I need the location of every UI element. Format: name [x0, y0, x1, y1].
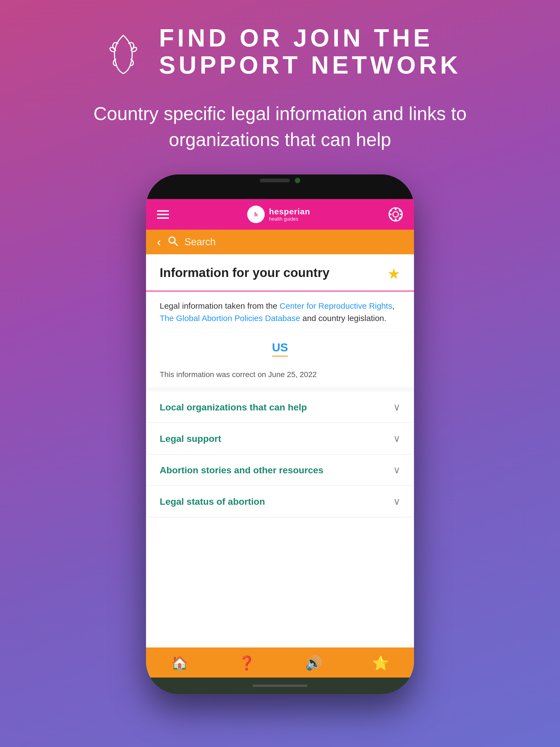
description-suffix: and country legislation. — [300, 314, 386, 323]
chevron-down-icon-legal-support: ∨ — [393, 433, 400, 444]
accordion-label-abortion-stories: Abortion stories and other resources — [160, 465, 324, 475]
page-title: Information for your country — [160, 265, 382, 280]
description-comma: , — [392, 301, 394, 310]
accordion-item-legal-support[interactable]: Legal support ∨ — [146, 423, 414, 455]
header-title-line1: FIND OR JOIN THE — [159, 25, 461, 52]
home-bar — [253, 685, 307, 687]
svg-rect-9 — [399, 209, 401, 212]
speaker-slot — [260, 179, 290, 182]
logo-svg: h — [251, 209, 261, 220]
content-area: Information for your country ★ Legal inf… — [146, 254, 414, 647]
hamburger-menu[interactable] — [157, 210, 169, 219]
front-camera — [295, 178, 300, 183]
chevron-down-icon-abortion-stories: ∨ — [393, 464, 400, 476]
chevron-down-icon-local-orgs: ∨ — [393, 402, 400, 413]
audio-icon: 🔊 — [305, 655, 322, 671]
global-abortion-policies-link[interactable]: The Global Abortion Policies Database — [160, 314, 300, 323]
svg-rect-5 — [395, 218, 397, 221]
settings-gear-icon[interactable] — [388, 207, 403, 222]
search-bar: ‹ Search — [146, 230, 414, 254]
app-name-sub: health guides — [269, 216, 310, 222]
app-header: h hesperian health guides — [146, 199, 414, 230]
phone-notch — [233, 175, 327, 186]
hamburger-line1 — [157, 210, 169, 212]
notch-area — [146, 175, 414, 199]
app-name-container: hesperian health guides — [269, 207, 310, 222]
accordion-label-local-orgs: Local organizations that can help — [160, 402, 307, 413]
accordion-section: Local organizations that can help ∨ Lega… — [146, 391, 414, 647]
back-button[interactable]: ‹ — [157, 235, 161, 249]
description-text: Legal information taken from the Center … — [160, 300, 400, 324]
phone-mockup: h hesperian health guides — [146, 175, 414, 694]
svg-rect-6 — [389, 213, 391, 215]
svg-rect-11 — [399, 216, 401, 220]
nav-favorites[interactable]: ⭐ — [372, 655, 389, 671]
bookmark-star-icon[interactable]: ★ — [387, 265, 400, 282]
svg-text:h: h — [254, 211, 258, 217]
accordion-item-local-orgs[interactable]: Local organizations that can help ∨ — [146, 391, 414, 423]
hamburger-line3 — [157, 217, 169, 219]
svg-rect-4 — [395, 208, 397, 210]
chevron-down-icon-legal-status: ∨ — [393, 496, 400, 507]
page-title-section: Information for your country ★ — [146, 254, 414, 291]
header-subtitle: Country specific legal information and l… — [88, 101, 472, 153]
search-icon — [168, 236, 178, 249]
description-section: Legal information taken from the Center … — [146, 291, 414, 333]
logo-circle: h — [247, 206, 265, 223]
accordion-item-legal-status[interactable]: Legal status of abortion ∨ — [146, 486, 414, 517]
top-section: FIND OR JOIN THE SUPPORT NETWORK Country… — [88, 25, 472, 153]
nav-help[interactable]: ❓ — [238, 655, 255, 671]
phone-wrapper: h hesperian health guides — [146, 175, 414, 694]
hands-icon — [99, 27, 148, 76]
home-indicator — [146, 677, 414, 694]
svg-line-13 — [174, 242, 177, 246]
logo-area: FIND OR JOIN THE SUPPORT NETWORK — [99, 25, 461, 79]
date-section: This information was correct on June 25,… — [146, 365, 414, 387]
accordion-label-legal-status: Legal status of abortion — [160, 496, 265, 507]
phone-screen: h hesperian health guides — [146, 199, 414, 677]
date-notice: This information was correct on June 25,… — [160, 370, 316, 379]
nav-audio[interactable]: 🔊 — [305, 655, 322, 671]
nav-home[interactable]: 🏠 — [171, 655, 188, 671]
favorites-icon: ⭐ — [372, 655, 389, 671]
help-icon: ❓ — [238, 655, 255, 671]
app-name-main: hesperian — [269, 207, 310, 216]
hamburger-line2 — [157, 214, 169, 215]
app-logo: h hesperian health guides — [247, 206, 310, 223]
accordion-item-abortion-stories[interactable]: Abortion stories and other resources ∨ — [146, 455, 414, 486]
center-for-reproductive-rights-link[interactable]: Center for Reproductive Rights — [280, 301, 392, 310]
home-icon: 🏠 — [171, 655, 188, 671]
bottom-nav: 🏠 ❓ 🔊 ⭐ — [146, 647, 414, 677]
title-text: FIND OR JOIN THE SUPPORT NETWORK — [159, 25, 461, 79]
country-section: US — [146, 333, 414, 365]
description-prefix: Legal information taken from the — [160, 301, 280, 310]
svg-point-3 — [393, 212, 399, 217]
accordion-label-legal-support: Legal support — [160, 433, 221, 444]
country-label[interactable]: US — [272, 341, 288, 357]
svg-rect-7 — [400, 213, 403, 215]
header-title-line2: SUPPORT NETWORK — [159, 52, 461, 79]
search-placeholder[interactable]: Search — [184, 236, 216, 248]
